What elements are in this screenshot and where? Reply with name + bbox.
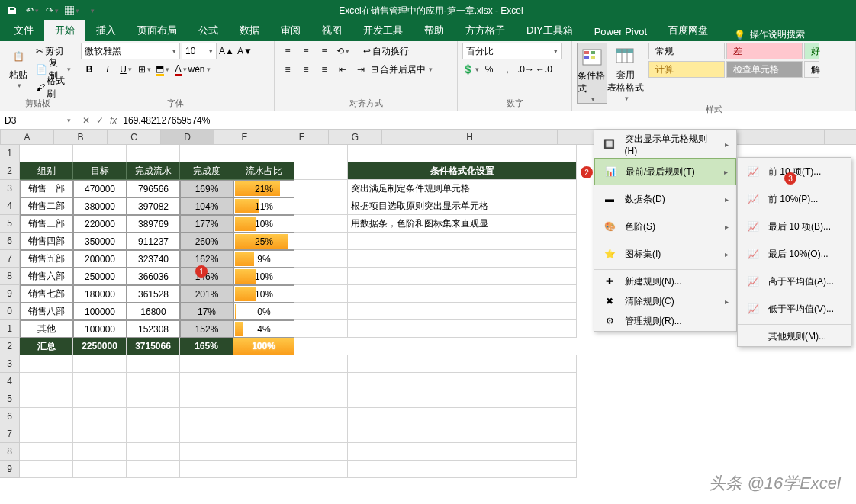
fill-color-icon[interactable]: ⬒▾ — [154, 61, 171, 78]
cell[interactable] — [348, 425, 401, 443]
style-good[interactable]: 好 — [804, 43, 819, 59]
tab-ffgz[interactable]: 方方格子 — [455, 20, 516, 41]
cell[interactable] — [401, 461, 577, 478]
cell[interactable]: 366036 — [127, 268, 180, 285]
indent-dec-icon[interactable]: ⇤ — [334, 61, 351, 78]
row-header[interactable]: 4 — [0, 197, 20, 215]
tab-pp[interactable]: Power Pivot — [584, 22, 658, 41]
align-top-icon[interactable]: ≡ — [279, 43, 296, 59]
cell[interactable] — [348, 408, 401, 425]
cell[interactable]: 0% — [233, 303, 294, 320]
format-painter-button[interactable]: 🖌 格式刷 — [36, 79, 71, 96]
paste-button[interactable]: 📋 粘贴 ▾ — [5, 43, 33, 89]
cell[interactable] — [294, 390, 348, 408]
tab-layout[interactable]: 页面布局 — [127, 20, 188, 41]
cell[interactable] — [73, 373, 127, 390]
cell[interactable] — [20, 408, 73, 425]
cell[interactable]: 21% — [233, 180, 294, 197]
col-header[interactable]: A — [1, 130, 54, 144]
row-header[interactable]: 3 — [0, 180, 20, 197]
align-middle-icon[interactable]: ≡ — [298, 43, 314, 59]
cell[interactable] — [73, 461, 127, 478]
style-bad[interactable]: 差 — [726, 43, 803, 59]
cell[interactable] — [73, 390, 127, 408]
cell[interactable] — [348, 320, 577, 338]
save-icon[interactable] — [3, 2, 21, 19]
cell[interactable] — [233, 408, 294, 425]
row-header[interactable]: 2 — [0, 162, 20, 180]
menu-item-colorscales[interactable]: 🎨色阶(S)▸ — [594, 213, 736, 240]
qat-more-icon[interactable]: ▾ — [82, 2, 101, 19]
cell[interactable]: 470000 — [73, 180, 127, 197]
tab-dev[interactable]: 开发工具 — [352, 20, 414, 41]
cell[interactable] — [127, 145, 180, 162]
cell[interactable] — [294, 233, 348, 250]
cell[interactable] — [348, 250, 577, 268]
cancel-icon[interactable]: ✕ — [82, 115, 90, 126]
inc-decimal-icon[interactable]: .0→ — [517, 61, 534, 78]
cell[interactable] — [348, 355, 401, 373]
cell[interactable] — [73, 145, 127, 162]
cell[interactable] — [294, 162, 348, 180]
cell[interactable] — [294, 320, 348, 338]
cell[interactable] — [294, 197, 348, 215]
cell[interactable] — [401, 443, 577, 461]
cell[interactable]: 25% — [233, 233, 294, 250]
cell[interactable]: 9% — [233, 250, 294, 268]
cell[interactable]: 100000 — [73, 303, 127, 320]
style-calc[interactable]: 计算 — [648, 61, 725, 78]
cell[interactable]: 796566 — [127, 180, 180, 197]
indent-inc-icon[interactable]: ⇥ — [352, 61, 369, 78]
row-header[interactable]: 8 — [0, 443, 20, 461]
cell[interactable]: 3715066 — [127, 338, 180, 355]
cell[interactable]: 完成流水 — [127, 162, 180, 180]
cell[interactable] — [348, 373, 401, 390]
tab-help[interactable]: 帮助 — [414, 20, 455, 41]
align-bottom-icon[interactable]: ≡ — [316, 43, 333, 59]
tab-review[interactable]: 审阅 — [270, 20, 311, 41]
cell[interactable] — [401, 425, 577, 443]
cell[interactable]: 152308 — [127, 320, 180, 338]
cell[interactable]: 16800 — [127, 303, 180, 320]
menu-item-below[interactable]: 📈低于平均值(V)... — [738, 295, 851, 323]
cell[interactable] — [20, 145, 73, 162]
menu-item-above[interactable]: 📈高于平均值(A)... — [738, 268, 851, 295]
cell[interactable]: 汇总 — [20, 338, 73, 355]
style-check[interactable]: 检查单元格 — [726, 61, 803, 78]
orientation-icon[interactable]: ⟲▾ — [334, 43, 351, 59]
cell[interactable]: 销售六部 — [20, 268, 73, 285]
row-header[interactable]: 5 — [0, 390, 20, 408]
cell[interactable] — [233, 145, 294, 162]
cell[interactable]: 组别 — [20, 162, 73, 180]
menu-item-manage[interactable]: ⚙管理规则(R)... — [594, 311, 736, 331]
row-header[interactable]: 3 — [0, 355, 20, 373]
cell[interactable] — [180, 443, 233, 461]
merge-center-button[interactable]: ⊟ 合并后居中▾ — [371, 61, 433, 78]
cell[interactable] — [294, 408, 348, 425]
font-size-combo[interactable]: 10▾ — [182, 43, 217, 59]
decrease-font-icon[interactable]: A▼ — [237, 43, 253, 59]
dec-decimal-icon[interactable]: ←.0 — [536, 61, 552, 78]
cell[interactable]: 323740 — [127, 250, 180, 268]
row-header[interactable]: 4 — [0, 373, 20, 390]
cell[interactable] — [127, 390, 180, 408]
align-center-icon[interactable]: ≡ — [298, 61, 314, 78]
tab-data[interactable]: 数据 — [229, 20, 270, 41]
cell[interactable]: 220000 — [73, 215, 127, 233]
tab-diy[interactable]: DIY工具箱 — [516, 20, 584, 41]
col-header[interactable]: C — [108, 130, 161, 144]
menu-item-clear[interactable]: ✖清除规则(C)▸ — [594, 291, 736, 311]
cell[interactable]: 流水占比 — [233, 162, 294, 180]
tab-insert[interactable]: 插入 — [85, 20, 127, 41]
cell[interactable] — [348, 303, 577, 320]
align-left-icon[interactable]: ≡ — [279, 61, 296, 78]
cell[interactable] — [401, 355, 577, 373]
cell[interactable]: 104% — [180, 197, 233, 215]
cell[interactable] — [180, 408, 233, 425]
cell[interactable] — [180, 355, 233, 373]
cell[interactable] — [294, 250, 348, 268]
col-header[interactable]: G — [329, 130, 382, 144]
menu-item-bot10[interactable]: 📈最后 10 项(B)... — [738, 213, 851, 240]
cell[interactable]: 销售八部 — [20, 303, 73, 320]
row-header[interactable]: 8 — [0, 268, 20, 285]
